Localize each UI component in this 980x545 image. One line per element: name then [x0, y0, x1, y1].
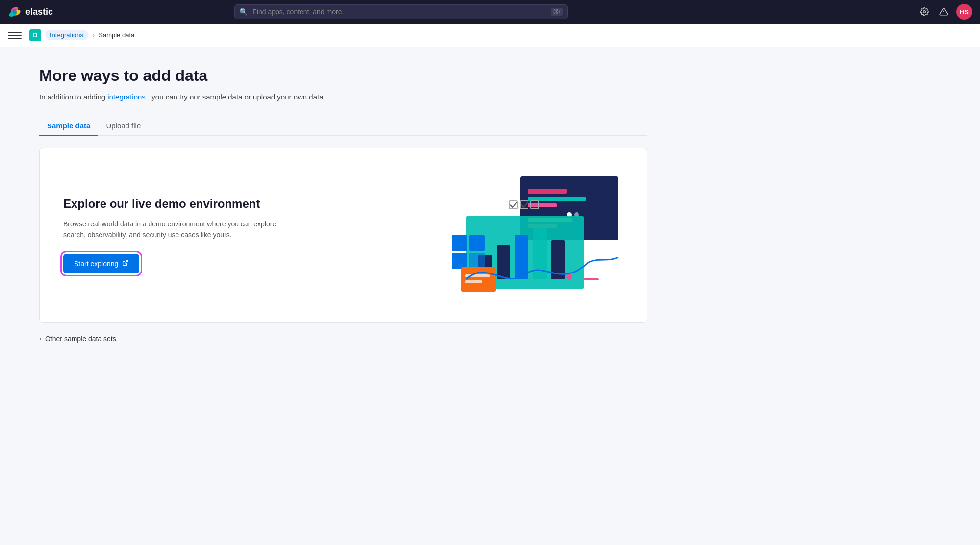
- demo-card-description: Browse real-world data in a demo environ…: [63, 219, 299, 241]
- breadcrumb-current: Sample data: [99, 31, 134, 39]
- search-input[interactable]: [234, 4, 568, 19]
- svg-rect-11: [528, 197, 586, 201]
- hamburger-menu-button[interactable]: [8, 28, 22, 42]
- page-subtitle: In addition to adding integrations , you…: [39, 93, 647, 101]
- breadcrumb-integrations[interactable]: Integrations: [45, 30, 88, 40]
- subtitle-suffix: , you can try our sample data or upload …: [148, 93, 326, 101]
- start-exploring-button[interactable]: Start exploring: [63, 254, 139, 273]
- nav-right-actions: HS: [917, 4, 972, 20]
- page-title: More ways to add data: [39, 67, 647, 85]
- elastic-wordmark: elastic: [25, 7, 53, 17]
- content-tabs: Sample data Upload file: [39, 117, 647, 136]
- demo-card-text-section: Explore our live demo environment Browse…: [63, 197, 299, 274]
- search-icon: 🔍: [239, 8, 248, 16]
- tab-upload-file[interactable]: Upload file: [98, 117, 149, 136]
- breadcrumb-separator: ›: [92, 31, 95, 40]
- settings-icon[interactable]: [917, 5, 931, 19]
- user-avatar[interactable]: HS: [956, 4, 972, 20]
- demo-card-title: Explore our live demo environment: [63, 197, 299, 211]
- breadcrumb-d-icon[interactable]: D: [29, 29, 41, 41]
- top-navigation: elastic 🔍 ⌘/ HS: [0, 0, 980, 24]
- svg-rect-12: [528, 203, 557, 207]
- svg-rect-10: [528, 189, 567, 194]
- help-icon[interactable]: [937, 5, 951, 19]
- other-datasets-label: Other sample data sets: [45, 335, 116, 343]
- svg-rect-27: [469, 235, 485, 251]
- main-content-area: More ways to add data In addition to add…: [0, 47, 686, 364]
- demo-illustration: [437, 172, 623, 299]
- other-datasets-section[interactable]: › Other sample data sets: [39, 333, 647, 345]
- elastic-logo[interactable]: elastic: [8, 5, 53, 19]
- tab-sample-data[interactable]: Sample data: [39, 117, 98, 136]
- svg-rect-32: [465, 280, 482, 283]
- chevron-right-icon: ›: [39, 335, 41, 342]
- svg-line-8: [125, 261, 128, 264]
- subtitle-prefix: In addition to adding: [39, 93, 107, 101]
- secondary-navigation: D Integrations › Sample data: [0, 24, 980, 47]
- svg-point-5: [923, 11, 926, 13]
- svg-rect-26: [452, 235, 467, 251]
- demo-environment-card: Explore our live demo environment Browse…: [39, 148, 647, 323]
- search-shortcut: ⌘/: [551, 8, 563, 16]
- svg-rect-34: [584, 278, 599, 280]
- svg-rect-28: [452, 253, 467, 269]
- svg-rect-29: [469, 253, 485, 269]
- svg-rect-22: [497, 245, 510, 279]
- svg-point-33: [566, 274, 572, 280]
- global-search-bar[interactable]: 🔍 ⌘/: [234, 4, 568, 19]
- integrations-link[interactable]: integrations: [107, 93, 146, 101]
- start-exploring-label: Start exploring: [74, 260, 118, 268]
- external-link-icon: [122, 260, 128, 268]
